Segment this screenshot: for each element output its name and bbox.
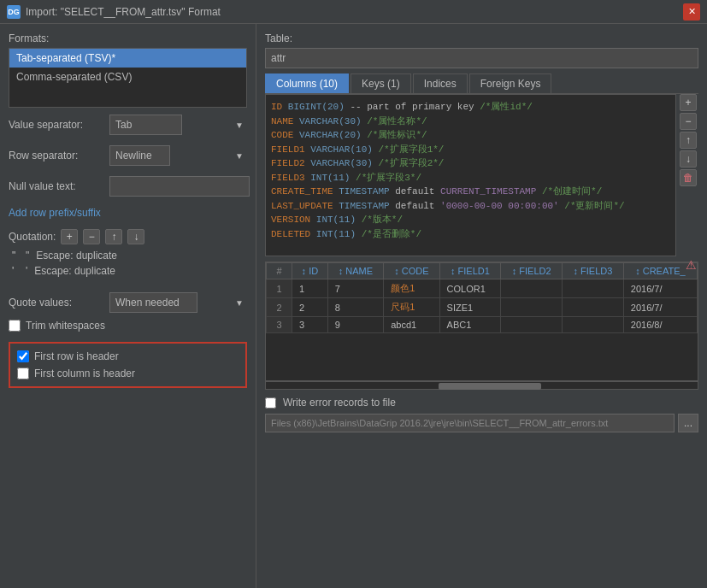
sql-line-10: DELETED INT(11) /*是否删除*/ <box>271 227 670 242</box>
quote-values-row: Quote values: When needed Always Never ▼ <box>9 292 247 313</box>
right-panel: Table: Columns (10) Keys (1) Indices For… <box>256 24 707 588</box>
quotation-remove-btn[interactable]: − <box>83 229 100 244</box>
table-row: 3 3 9 abcd1 ABC1 2016/8/ <box>267 317 698 333</box>
row-separator-dropdown-wrapper: Newline \r\n \r ▼ <box>109 145 247 166</box>
error-file-path-input[interactable] <box>265 414 675 432</box>
tab-columns[interactable]: Columns (10) <box>265 74 349 93</box>
write-error-checkbox[interactable] <box>265 397 276 409</box>
sql-line-9: VERSION INT(11) /*版本*/ <box>271 213 670 227</box>
col-header-field3: ↕ FIELD3 <box>563 263 624 279</box>
sql-line-1: ID BIGINT(20) -- part of primary key /*属… <box>271 100 670 115</box>
quotation-section: Quotation: + − ↑ ↓ " " Escape: duplicate… <box>9 229 247 279</box>
first-row-header-checkbox[interactable] <box>17 350 29 362</box>
add-row-prefix-link[interactable]: Add row prefix/suffix <box>9 207 247 219</box>
quotation-label: Quotation: <box>9 231 56 243</box>
sql-editor[interactable]: ID BIGINT(20) -- part of primary key /*属… <box>265 94 676 256</box>
sql-line-5: FIELD2 VARCHAR(30) /*扩展字段2*/ <box>271 156 670 171</box>
delete-btn[interactable]: 🗑 <box>680 169 697 186</box>
move-up-btn[interactable]: ↑ <box>680 132 697 149</box>
table-row: 2 2 8 尺码1 SIZE1 2016/7/ <box>267 298 698 317</box>
row-separator-arrow: ▼ <box>235 151 244 161</box>
sql-line-6: FIELD3 INT(11) /*扩展字段3*/ <box>271 171 670 185</box>
tab-foreign-keys[interactable]: Foreign Keys <box>469 74 552 93</box>
write-error-section: Write error records to file ... <box>265 397 698 432</box>
null-value-row: Null value text: <box>9 176 247 197</box>
null-value-input[interactable] <box>109 176 250 197</box>
tab-indices[interactable]: Indices <box>413 74 468 93</box>
format-item-csv[interactable]: Comma-separated (CSV) <box>9 68 246 86</box>
tab-keys[interactable]: Keys (1) <box>351 74 411 93</box>
close-button[interactable]: ✕ <box>683 3 700 21</box>
tabs-row: Columns (10) Keys (1) Indices Foreign Ke… <box>265 74 698 94</box>
quote-values-dropdown-wrapper: When needed Always Never ▼ <box>109 292 247 313</box>
row-separator-label: Row separator: <box>9 150 103 162</box>
quotation-add-btn[interactable]: + <box>61 229 78 244</box>
value-separator-label: Value separator: <box>9 119 103 131</box>
first-row-header-label: First row is header <box>34 350 119 362</box>
quotation-up-btn[interactable]: ↑ <box>105 229 122 244</box>
sql-line-4: FIELD1 VARCHAR(10) /*扩展字段1*/ <box>271 143 670 157</box>
preview-wrapper: # ↕ ID ↕ NAME ↕ CODE ↕ FIELD1 ↕ FIELD2 ↕… <box>265 256 698 381</box>
col-header-field1: ↕ FIELD1 <box>439 263 501 279</box>
value-separator-row: Value separator: Tab Comma Semicolon ▼ <box>9 115 247 135</box>
col-header-name: ↕ NAME <box>327 263 383 279</box>
remove-column-btn[interactable]: − <box>680 113 697 130</box>
write-error-label: Write error records to file <box>283 397 396 409</box>
left-panel: Formats: Tab-separated (TSV)* Comma-sepa… <box>0 24 256 588</box>
scrollbar-thumb[interactable] <box>439 383 541 390</box>
move-down-btn[interactable]: ↓ <box>680 150 697 168</box>
table-row: 1 1 7 颜色1 COLOR1 2016/7/ <box>267 279 698 298</box>
warning-icon: ⚠ <box>686 258 697 272</box>
trim-whitespaces-checkbox[interactable] <box>9 320 21 332</box>
quote-values-arrow: ▼ <box>235 298 244 308</box>
quotation-header: Quotation: + − ↑ ↓ <box>9 229 247 244</box>
app-icon: DG <box>7 5 21 19</box>
first-column-header-checkbox[interactable] <box>17 368 29 379</box>
col-header-field2: ↕ FIELD2 <box>501 263 563 279</box>
first-column-header-label: First column is header <box>34 368 135 379</box>
table-label: Table: <box>265 32 698 44</box>
browse-btn[interactable]: ... <box>678 414 698 432</box>
sql-line-2: NAME VARCHAR(30) /*属性名称*/ <box>271 115 670 129</box>
dialog-title: Import: "SELECT__FROM_attr.tsv" Format <box>26 6 221 18</box>
quote-values-label: Quote values: <box>9 297 103 309</box>
sql-line-7: CREATE_TIME TIMESTAMP default CURRENT_TI… <box>271 185 670 199</box>
value-separator-select[interactable]: Tab Comma Semicolon <box>109 115 182 135</box>
col-header-code: ↕ CODE <box>384 263 439 279</box>
quotation-down-btn[interactable]: ↓ <box>127 229 144 244</box>
table-name-input[interactable] <box>265 48 698 68</box>
quote-values-select[interactable]: When needed Always Never <box>109 292 197 313</box>
first-row-header-row: First row is header <box>17 350 239 362</box>
title-bar: DG Import: "SELECT__FROM_attr.tsv" Forma… <box>0 0 707 24</box>
null-value-label: Null value text: <box>9 180 103 192</box>
col-header-id: ↕ ID <box>292 263 328 279</box>
preview-table-wrapper[interactable]: # ↕ ID ↕ NAME ↕ CODE ↕ FIELD1 ↕ FIELD2 ↕… <box>265 262 698 381</box>
sql-line-3: CODE VARCHAR(20) /*属性标识*/ <box>271 128 670 143</box>
row-separator-row: Row separator: Newline \r\n \r ▼ <box>9 145 247 166</box>
trim-whitespaces-label: Trim whitespaces <box>26 320 105 332</box>
header-checkboxes-section: First row is header First column is head… <box>9 342 247 388</box>
quote-row-single: ' ' Escape: duplicate <box>9 263 247 279</box>
value-separator-dropdown-wrapper: Tab Comma Semicolon ▼ <box>109 115 247 135</box>
row-separator-select[interactable]: Newline \r\n \r <box>109 145 170 166</box>
trim-whitespaces-row: Trim whitespaces <box>9 320 247 332</box>
format-list: Tab-separated (TSV)* Comma-separated (CS… <box>9 48 247 108</box>
add-column-btn[interactable]: + <box>680 94 697 111</box>
horizontal-scrollbar[interactable] <box>265 381 698 390</box>
formats-label: Formats: <box>9 32 247 44</box>
preview-table: # ↕ ID ↕ NAME ↕ CODE ↕ FIELD1 ↕ FIELD2 ↕… <box>266 262 698 333</box>
sql-line-8: LAST_UPDATE TIMESTAMP default '0000-00-0… <box>271 199 670 214</box>
format-item-tsv[interactable]: Tab-separated (TSV)* <box>9 49 246 68</box>
write-error-row: Write error records to file <box>265 397 698 409</box>
col-header-rownum: # <box>267 263 292 279</box>
quote-row-double: " " Escape: duplicate <box>9 248 247 263</box>
first-column-header-row: First column is header <box>17 368 239 379</box>
value-separator-arrow: ▼ <box>235 121 244 130</box>
